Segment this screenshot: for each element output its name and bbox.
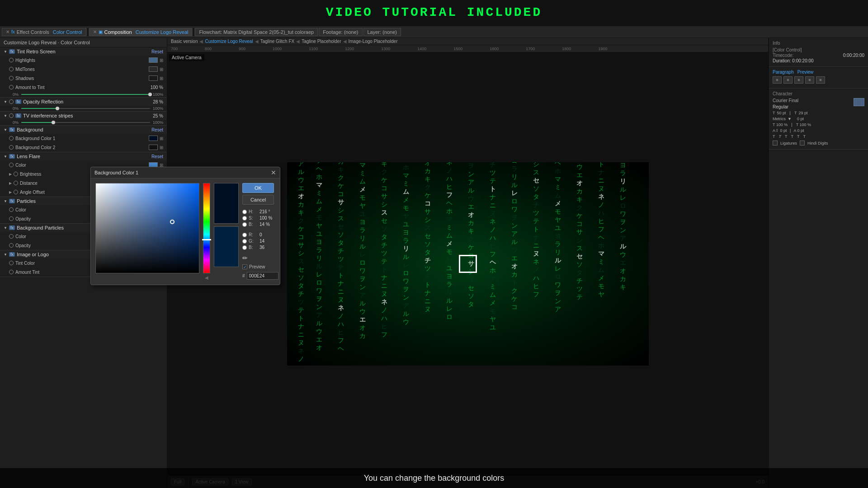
expand-arrow[interactable]: ▼ bbox=[4, 226, 7, 230]
eyedropper-icon[interactable]: ✏ bbox=[242, 254, 248, 262]
crumb-image-logo[interactable]: Image-Logo Placeholder bbox=[349, 39, 398, 44]
crumb-customize[interactable]: Customize Logo Reveal bbox=[205, 39, 253, 44]
justify-btn[interactable]: ≡ bbox=[805, 76, 814, 84]
tab-flowchart[interactable]: Flowchart: Matrix Digital Space 2(05-2)_… bbox=[195, 28, 318, 36]
ruler-mark: 700 bbox=[171, 47, 178, 51]
sep1: ◀ bbox=[199, 39, 203, 44]
align-right-btn[interactable]: ≡ bbox=[794, 76, 803, 84]
row-bg-color2: Background Color 2 ⊞ bbox=[0, 143, 167, 152]
align-center-btn[interactable]: ≡ bbox=[783, 76, 793, 84]
right-panel: Info [Color Control] Timecode: 0:00:20:0… bbox=[769, 38, 868, 488]
slider-track[interactable] bbox=[21, 94, 150, 95]
align-left-btn[interactable]: ≡ bbox=[773, 76, 782, 84]
tab-effect-controls[interactable]: ✕ fx Effect Controls Color Control bbox=[2, 28, 86, 36]
dialog-title-bar[interactable]: Background Color 1 ✕ bbox=[91, 167, 280, 178]
reset-button-bg[interactable]: Reset bbox=[151, 127, 163, 132]
close-icon[interactable]: ✕ bbox=[6, 29, 9, 34]
arrow-btn[interactable]: ⊞ bbox=[160, 67, 163, 72]
arrow-btn[interactable]: ⊞ bbox=[160, 145, 163, 150]
color-box[interactable] bbox=[854, 98, 864, 106]
row-shadows: Shadows ⊞ bbox=[0, 74, 167, 83]
preview-checkbox[interactable] bbox=[242, 264, 247, 269]
expand-arrow[interactable]: ▼ bbox=[4, 100, 7, 104]
crumb-tagline[interactable]: Tagline Glitch FX bbox=[260, 39, 295, 44]
row-label-bg1: Background Color 1 bbox=[15, 136, 147, 141]
size-label: T bbox=[773, 111, 775, 115]
size-value2: 29 pt bbox=[798, 111, 807, 115]
tab-composition[interactable]: ✕ ▣ Composition Customize Logo Reveal bbox=[89, 28, 193, 36]
group-tv: ▼ fx TV interference stripes 25 % 0% 100… bbox=[0, 112, 167, 126]
preview-checkbox-row: Preview bbox=[242, 264, 278, 269]
expand-arrow[interactable]: ▼ bbox=[4, 155, 7, 159]
group-name-tv: TV interference stripes bbox=[23, 113, 143, 118]
sep3: ◀ bbox=[296, 39, 300, 44]
tab-layer[interactable]: Layer: (none) bbox=[363, 28, 401, 36]
color-swatch-shadows[interactable] bbox=[149, 75, 158, 81]
slider-track[interactable] bbox=[21, 108, 150, 109]
arrow-btn[interactable]: ⊞ bbox=[160, 58, 163, 63]
paragraph-tab[interactable]: Paragraph bbox=[773, 70, 794, 75]
justify-all-btn[interactable]: ≡ bbox=[816, 76, 825, 84]
b2-row: B: 36 bbox=[242, 245, 278, 250]
color-swatch-midtones[interactable] bbox=[149, 66, 158, 72]
crumb-basic[interactable]: Basic version bbox=[171, 39, 198, 44]
reset-button-lf[interactable]: Reset bbox=[151, 154, 163, 159]
hue-marker bbox=[202, 239, 211, 240]
italic-t: T bbox=[779, 134, 782, 139]
group-header-lf[interactable]: ▼ fx Lens Flare Reset bbox=[0, 152, 167, 160]
color-preview-new bbox=[214, 183, 239, 224]
expand-arrow[interactable]: ▼ bbox=[4, 50, 7, 54]
expand-arrow[interactable]: ▼ bbox=[4, 114, 7, 118]
preview-tab[interactable]: Preview bbox=[797, 70, 814, 75]
group-header-bg[interactable]: ▼ fx Background Reset bbox=[0, 126, 167, 134]
expand-arrow[interactable]: ▼ bbox=[4, 128, 7, 132]
t4: T bbox=[791, 134, 794, 139]
b-radio[interactable] bbox=[242, 222, 247, 227]
r-radio[interactable] bbox=[242, 233, 247, 237]
color-gradient-area[interactable] bbox=[95, 183, 199, 273]
expand-arrow[interactable]: ▼ bbox=[4, 253, 7, 257]
group-header-tint[interactable]: ▼ fx Tint Retro Screen Reset bbox=[0, 47, 167, 56]
dialog-close-button[interactable]: ✕ bbox=[271, 169, 276, 176]
baseline-label: A⇧ 0 pt bbox=[773, 128, 787, 133]
expand-icon[interactable]: ▶ bbox=[9, 172, 12, 176]
group-header-opacity[interactable]: ▼ fx Opacity Reflection 28 % bbox=[0, 98, 167, 106]
circle-icon bbox=[9, 234, 14, 239]
h-radio[interactable] bbox=[242, 210, 247, 214]
expand-icon[interactable]: ▶ bbox=[9, 190, 12, 194]
pct-max: 100% bbox=[153, 92, 163, 97]
arrow-btn[interactable]: ⊞ bbox=[160, 76, 163, 81]
tv-value: 25 % bbox=[145, 113, 163, 118]
rotate-val: A 0 pt bbox=[793, 128, 804, 133]
hex-input[interactable] bbox=[247, 272, 278, 280]
expand-arrow[interactable]: ▼ bbox=[4, 199, 7, 203]
crumb-placeholder[interactable]: Tagline Placeholder bbox=[302, 39, 341, 44]
metrics-row: Metrics ▼ 0 pt bbox=[773, 117, 864, 121]
reset-button-tint[interactable]: Reset bbox=[151, 49, 163, 54]
group-name-tint: Tint Retro Screen bbox=[17, 49, 150, 54]
color-swatch-bg1[interactable] bbox=[149, 136, 158, 141]
color-swatch-bg2[interactable] bbox=[149, 145, 158, 150]
hindi-checkbox[interactable] bbox=[800, 141, 805, 145]
color-swatch-highlights[interactable] bbox=[149, 57, 158, 63]
b2-radio[interactable] bbox=[242, 245, 247, 250]
tab-footage[interactable]: Footage: (none) bbox=[319, 28, 362, 36]
row-label: MidTones bbox=[15, 67, 147, 72]
row-bg-color1: Background Color 1 ⊞ bbox=[0, 134, 167, 143]
duration-value: Duration: 0:00:20:00 bbox=[773, 58, 814, 63]
ruler-mark: 900 bbox=[239, 47, 245, 51]
group-header-tv[interactable]: ▼ fx TV interference stripes 25 % bbox=[0, 112, 167, 120]
ligatures-checkbox[interactable] bbox=[773, 141, 778, 145]
ok-button[interactable]: OK bbox=[242, 183, 274, 193]
timeline-ruler-top: 700 800 900 1000 1100 1200 1300 1400 150… bbox=[167, 45, 768, 52]
g-radio[interactable] bbox=[242, 239, 247, 244]
expand-btn[interactable]: ◀ bbox=[205, 275, 208, 280]
cancel-button[interactable]: Cancel bbox=[242, 195, 274, 205]
arrow-btn[interactable]: ⊞ bbox=[160, 136, 163, 141]
expand-icon[interactable]: ▶ bbox=[9, 181, 12, 185]
slider-track[interactable] bbox=[21, 122, 150, 123]
comp-icon: ▣ bbox=[99, 29, 103, 34]
hue-slider[interactable] bbox=[203, 183, 210, 273]
s-radio[interactable] bbox=[242, 216, 247, 221]
close-icon[interactable]: ✕ bbox=[93, 29, 97, 34]
